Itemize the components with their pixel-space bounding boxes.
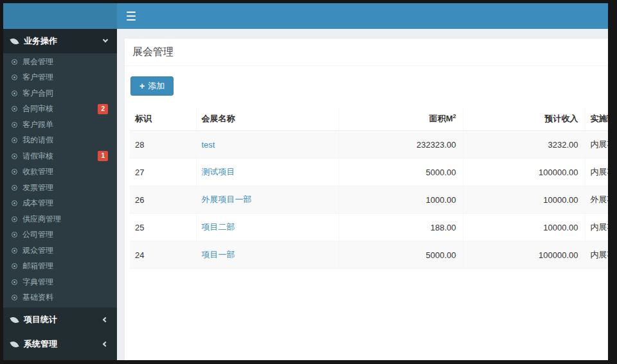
- top-bar: [3, 3, 608, 29]
- cell-revenue: 3232.00: [463, 131, 585, 159]
- leaf-icon: [10, 340, 19, 349]
- cell-department: 内展项目: [585, 214, 608, 241]
- cell-area: 5000.00: [339, 241, 463, 269]
- exhibition-link[interactable]: test: [202, 140, 215, 150]
- cell-id: 24: [130, 241, 196, 269]
- page-title: 展会管理: [132, 46, 174, 57]
- hamburger-icon: [127, 12, 136, 13]
- sidebar-item-customer-management[interactable]: 客户管理: [3, 70, 117, 86]
- cell-id: 27: [130, 159, 196, 186]
- sidebar-item-company-management[interactable]: 公司管理: [3, 227, 117, 243]
- sidebar-section-label: 项目统计: [24, 314, 57, 325]
- cell-revenue: 100000.00: [463, 241, 585, 269]
- column-header-department: 实施部门: [585, 107, 608, 131]
- dot-circle-icon: [12, 59, 17, 65]
- sidebar-section-business-operations[interactable]: 业务操作: [3, 29, 117, 53]
- sidebar-item-basic-data[interactable]: 基础资料: [3, 290, 117, 306]
- hamburger-icon: [127, 19, 136, 21]
- sidebar-item-label: 字典管理: [22, 277, 53, 288]
- leaf-icon: [10, 37, 19, 46]
- column-header-area: 面积M2: [339, 107, 463, 131]
- sidebar-item-cost-management[interactable]: 成本管理: [3, 196, 117, 212]
- column-header-id: 标识: [130, 107, 196, 131]
- exhibitions-table: 标识 会展名称 面积M2 预计收入 实施部门 28 test 2: [130, 107, 608, 269]
- sidebar-item-leave-review[interactable]: 请假审核 1: [3, 148, 117, 164]
- sidebar-submenu: 展会管理 客户管理 客户合同 合同审核 2 客户跟单: [3, 53, 117, 308]
- chevron-down-icon: [103, 37, 108, 42]
- sidebar-item-label: 合同审核: [22, 103, 53, 114]
- sidebar-item-label: 供应商管理: [22, 214, 61, 225]
- sidebar-item-invoice-management[interactable]: 发票管理: [3, 180, 117, 196]
- cell-revenue: 100000.00: [463, 159, 585, 186]
- card-body: + 添加 标识 会展名称 面积M2: [125, 66, 608, 274]
- dot-circle-icon: [12, 279, 17, 285]
- sidebar-item-customer-followup[interactable]: 客户跟单: [3, 117, 117, 133]
- sidebar-item-dictionary-management[interactable]: 字典管理: [3, 274, 117, 290]
- table-row: 26 外展项目一部 1000.00 10000.00 外展项目: [130, 186, 608, 214]
- sidebar-item-contract-review[interactable]: 合同审核 2: [3, 101, 117, 117]
- sidebar-item-label: 收款管理: [22, 166, 53, 177]
- table-row: 27 测试项目 5000.00 100000.00 内展项目: [130, 159, 608, 186]
- dot-circle-icon: [12, 153, 17, 159]
- sidebar-item-my-leave[interactable]: 我的请假: [3, 133, 117, 149]
- dot-circle-icon: [12, 263, 17, 269]
- table-header-row: 标识 会展名称 面积M2 预计收入 实施部门: [130, 107, 608, 131]
- exhibition-link[interactable]: 测试项目: [202, 167, 235, 177]
- sidebar-item-supplier-management[interactable]: 供应商管理: [3, 211, 117, 227]
- cell-revenue: 10000.00: [463, 214, 585, 241]
- sidebar-section-label: 系统管理: [24, 338, 57, 350]
- sidebar-item-payment-management[interactable]: 收款管理: [3, 164, 117, 180]
- sidebar-item-label: 展会管理: [22, 56, 53, 67]
- cell-department: 内展项目: [585, 131, 608, 159]
- sidebar: 业务操作 展会管理 客户管理 客户合同 合同审核: [3, 29, 117, 360]
- add-button[interactable]: + 添加: [130, 76, 174, 96]
- dot-circle-icon: [12, 91, 17, 96]
- content-area: 展会管理 + 添加 标识: [117, 29, 608, 360]
- exhibition-link[interactable]: 项目二部: [202, 222, 235, 232]
- notification-badge: 1: [98, 151, 108, 161]
- cell-area: 188.00: [339, 214, 463, 241]
- card-header: 展会管理: [125, 39, 608, 66]
- app-window: 业务操作 展会管理 客户管理 客户合同 合同审核: [3, 3, 608, 360]
- cell-department: 内展项目: [585, 159, 608, 186]
- sidebar-item-exhibition-management[interactable]: 展会管理: [3, 54, 117, 70]
- sidebar-section-project-statistics[interactable]: 项目统计: [3, 308, 117, 332]
- exhibition-link[interactable]: 项目一部: [202, 250, 235, 259]
- dot-circle-icon: [12, 248, 17, 254]
- sidebar-item-label: 成本管理: [22, 198, 53, 209]
- cell-area: 1000.00: [339, 186, 463, 214]
- sidebar-section-system-management[interactable]: 系统管理: [3, 332, 117, 356]
- sidebar-item-mailbox-management[interactable]: 邮箱管理: [3, 259, 117, 275]
- sidebar-item-label: 观众管理: [22, 245, 53, 256]
- exhibition-link[interactable]: 外展项目一部: [202, 195, 252, 204]
- sidebar-item-label: 发票管理: [22, 182, 53, 193]
- logo-area: [3, 3, 117, 29]
- sidebar-item-label: 客户跟单: [22, 119, 53, 130]
- sidebar-item-label: 邮箱管理: [22, 261, 53, 272]
- table-row: 28 test 232323.00 3232.00 内展项目: [130, 131, 608, 159]
- plus-icon: +: [139, 82, 145, 91]
- sidebar-toggle-button[interactable]: [127, 12, 138, 21]
- add-button-label: 添加: [148, 80, 165, 92]
- table-row: 25 项目二部 188.00 10000.00 内展项目: [130, 214, 608, 241]
- chevron-left-icon: [103, 342, 108, 347]
- sidebar-item-label: 客户合同: [22, 88, 53, 99]
- table-row: 24 项目一部 5000.00 100000.00 内展项目: [130, 241, 608, 269]
- cell-id: 28: [130, 131, 196, 159]
- sidebar-item-audience-management[interactable]: 观众管理: [3, 243, 117, 259]
- cell-department: 外展项目: [585, 186, 608, 214]
- sidebar-item-label: 公司管理: [22, 229, 53, 240]
- dot-circle-icon: [12, 137, 17, 143]
- dot-circle-icon: [12, 216, 17, 222]
- navbar: [117, 3, 608, 29]
- column-header-name: 会展名称: [196, 107, 339, 131]
- column-header-revenue: 预计收入: [463, 107, 585, 131]
- cell-area: 5000.00: [339, 159, 463, 186]
- chevron-left-icon: [103, 317, 108, 322]
- sidebar-item-customer-contract[interactable]: 客户合同: [3, 85, 117, 101]
- cell-id: 25: [130, 214, 196, 241]
- dot-circle-icon: [12, 185, 17, 191]
- dot-circle-icon: [12, 169, 17, 175]
- sidebar-item-label: 我的请假: [22, 135, 53, 146]
- sidebar-item-label: 基础资料: [22, 292, 53, 303]
